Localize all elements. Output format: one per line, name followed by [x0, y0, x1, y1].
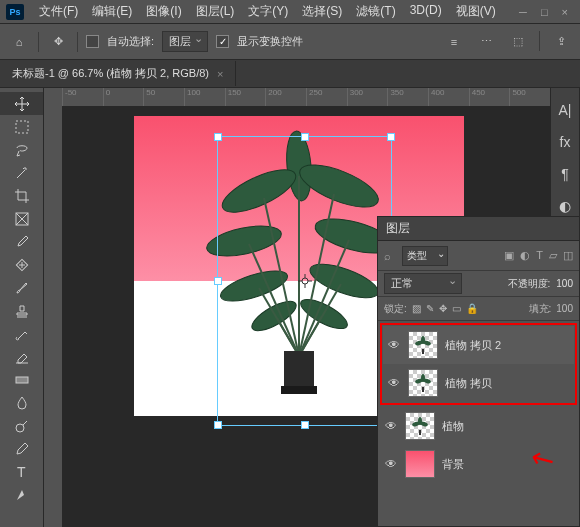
show-controls-checkbox[interactable]	[216, 35, 229, 48]
lock-all-icon[interactable]: ▨	[412, 303, 421, 314]
lock-label: 锁定:	[384, 302, 407, 316]
svg-rect-3	[16, 377, 28, 383]
svg-rect-0	[16, 121, 28, 133]
auto-select-label: 自动选择:	[107, 34, 154, 49]
eraser-tool[interactable]	[0, 345, 43, 368]
handle-bm[interactable]	[301, 421, 309, 429]
styles-icon[interactable]: fx	[560, 134, 571, 150]
layer-name: 背景	[442, 457, 464, 472]
show-controls-label: 显示变换控件	[237, 34, 303, 49]
pen-tool[interactable]	[0, 437, 43, 460]
menu-视图[interactable]: 视图(V)	[449, 3, 503, 20]
filter-shape-icon[interactable]: ▱	[549, 249, 557, 262]
history-brush-tool[interactable]	[0, 322, 43, 345]
document-tab[interactable]: 未标题-1 @ 66.7% (植物 拷贝 2, RGB/8) ×	[0, 61, 236, 86]
visibility-icon[interactable]: 👁	[387, 338, 401, 352]
wand-tool[interactable]	[0, 161, 43, 184]
layer-row[interactable]: 👁植物 拷贝	[383, 364, 574, 402]
eyedropper-tool[interactable]	[0, 230, 43, 253]
minimize-icon[interactable]: ─	[519, 6, 527, 18]
filter-pixel-icon[interactable]: ▣	[504, 249, 514, 262]
crop-tool[interactable]	[0, 184, 43, 207]
auto-select-dropdown[interactable]: 图层	[162, 31, 208, 52]
svg-point-17	[302, 278, 308, 284]
menu-图层[interactable]: 图层(L)	[189, 3, 242, 20]
transform-center[interactable]	[298, 274, 312, 288]
filter-smart-icon[interactable]: ◫	[563, 249, 573, 262]
layer-thumb[interactable]	[405, 412, 435, 440]
frame-tool[interactable]	[0, 207, 43, 230]
menu-滤镜[interactable]: 滤镜(T)	[349, 3, 402, 20]
home-icon[interactable]: ⌂	[8, 31, 30, 53]
share-icon[interactable]: ⇪	[550, 31, 572, 53]
lock-pixels-icon[interactable]: ✎	[426, 303, 434, 314]
more-icon[interactable]: ⋯	[475, 31, 497, 53]
opacity-value[interactable]: 100	[556, 278, 573, 289]
layer-name: 植物 拷贝 2	[445, 338, 501, 353]
path-tool[interactable]	[0, 483, 43, 506]
lasso-tool[interactable]	[0, 138, 43, 161]
visibility-icon[interactable]: 👁	[384, 457, 398, 471]
move-tool-icon[interactable]: ✥	[47, 31, 69, 53]
layer-thumb[interactable]	[408, 369, 438, 397]
layer-row[interactable]: 👁植物 拷贝 2	[383, 326, 574, 364]
dodge-tool[interactable]	[0, 414, 43, 437]
svg-rect-21	[422, 349, 424, 354]
menu-图像[interactable]: 图像(I)	[139, 3, 188, 20]
fill-value[interactable]: 100	[556, 303, 573, 314]
menu-3D[interactable]: 3D(D)	[403, 3, 449, 20]
lock-icon[interactable]: 🔒	[466, 303, 478, 314]
layer-row[interactable]: 👁植物	[380, 407, 577, 445]
marquee-tool[interactable]	[0, 115, 43, 138]
lock-artboard-icon[interactable]: ▭	[452, 303, 461, 314]
close-icon[interactable]: ×	[562, 6, 568, 18]
handle-tl[interactable]	[214, 133, 222, 141]
opacity-label: 不透明度:	[508, 277, 551, 291]
svg-point-4	[16, 424, 24, 432]
filter-adjust-icon[interactable]: ◐	[520, 249, 530, 262]
ruler-vertical	[44, 106, 62, 527]
options-bar: ⌂ ✥ 自动选择: 图层 显示变换控件 ≡ ⋯ ⬚ ⇪	[0, 24, 580, 60]
menu-文字[interactable]: 文字(Y)	[241, 3, 295, 20]
tab-close-icon[interactable]: ×	[217, 68, 223, 80]
brush-tool[interactable]	[0, 276, 43, 299]
handle-tr[interactable]	[387, 133, 395, 141]
filter-type-icon[interactable]: T	[536, 249, 543, 262]
menu-文件[interactable]: 文件(F)	[32, 3, 85, 20]
handle-bl[interactable]	[214, 421, 222, 429]
panel-title[interactable]: 图层	[378, 217, 579, 241]
svg-rect-29	[419, 430, 421, 435]
tools-panel: T	[0, 88, 44, 527]
character-icon[interactable]: A|	[559, 102, 572, 118]
maximize-icon[interactable]: □	[541, 6, 548, 18]
layer-name: 植物 拷贝	[445, 376, 492, 391]
move-tool[interactable]	[0, 92, 43, 115]
align-icon[interactable]: ≡	[443, 31, 465, 53]
blend-mode-dropdown[interactable]: 正常	[384, 273, 462, 294]
menu-编辑[interactable]: 编辑(E)	[85, 3, 139, 20]
menu-选择[interactable]: 选择(S)	[295, 3, 349, 20]
type-tool[interactable]: T	[0, 460, 43, 483]
gradient-tool[interactable]	[0, 368, 43, 391]
color-icon[interactable]: ◐	[559, 198, 571, 214]
paragraph-icon[interactable]: ¶	[561, 166, 569, 182]
lock-position-icon[interactable]: ✥	[439, 303, 447, 314]
blur-tool[interactable]	[0, 391, 43, 414]
layer-thumb[interactable]	[408, 331, 438, 359]
visibility-icon[interactable]: 👁	[387, 376, 401, 390]
ps-logo: Ps	[6, 4, 24, 20]
auto-select-checkbox[interactable]	[86, 35, 99, 48]
stamp-tool[interactable]	[0, 299, 43, 322]
healing-tool[interactable]	[0, 253, 43, 276]
ruler-horizontal: -50050100150200250300350400450500	[62, 88, 550, 106]
filter-type-dropdown[interactable]: 类型	[402, 246, 448, 266]
handle-tm[interactable]	[301, 133, 309, 141]
3d-icon[interactable]: ⬚	[507, 31, 529, 53]
search-icon[interactable]: ⌕	[384, 250, 396, 262]
tab-title: 未标题-1 @ 66.7% (植物 拷贝 2, RGB/8)	[12, 66, 209, 81]
document-tabs: 未标题-1 @ 66.7% (植物 拷贝 2, RGB/8) ×	[0, 60, 580, 88]
layer-thumb[interactable]	[405, 450, 435, 478]
handle-ml[interactable]	[214, 277, 222, 285]
transform-bounds[interactable]	[217, 136, 392, 426]
visibility-icon[interactable]: 👁	[384, 419, 398, 433]
